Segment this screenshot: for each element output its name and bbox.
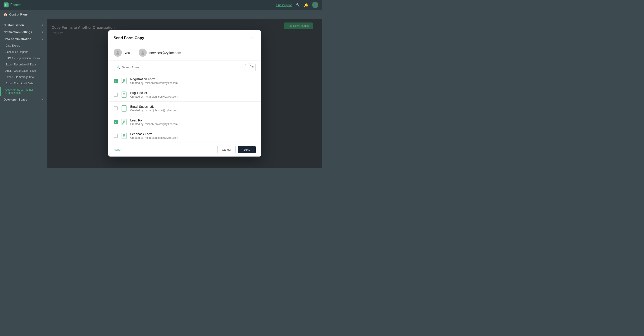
app-title: Forms xyxy=(10,3,21,7)
subscription-link[interactable]: Subscription xyxy=(276,3,292,7)
reset-button[interactable]: Reset xyxy=(114,148,121,151)
select-all-button[interactable] xyxy=(248,63,256,71)
modal-dialog: Send Form Copy × You → xyxy=(108,30,261,157)
close-button[interactable]: × xyxy=(250,35,256,41)
modal-title: Send Form Copy xyxy=(114,36,144,40)
svg-point-1 xyxy=(116,53,119,55)
form-creator-email-subscription: Created by: richardjohnson@zylker.com xyxy=(130,109,178,112)
svg-point-0 xyxy=(117,51,119,53)
sidebar-item-copy-forms[interactable]: Copy Forms to Another Organization xyxy=(0,87,47,96)
svg-rect-13 xyxy=(122,92,126,98)
recipient-email: services@zylker.com xyxy=(150,51,181,55)
secondary-nav: 🏠 Control Panel xyxy=(0,10,322,19)
breadcrumb: Control Panel xyxy=(9,13,28,16)
search-icon: 🔍 xyxy=(116,66,120,69)
modal-header: Send Form Copy × xyxy=(108,30,261,45)
form-item-bug-tracker: Bug Tracker Created by: richardjohnson@z… xyxy=(108,88,261,102)
form-item-lead-form: Lead Form Created by: michellebrown@zylk… xyxy=(108,115,261,129)
form-icon-feedback-form xyxy=(121,133,127,139)
form-list: Registration Form Created by: michellebr… xyxy=(108,74,261,143)
sender-name: You xyxy=(124,51,130,55)
main-layout: Customisation ▼ Notification Settings ▼ … xyxy=(0,19,322,168)
svg-rect-25 xyxy=(122,124,123,124)
bell-icon[interactable]: 🔔 xyxy=(304,3,308,7)
chevron-down-icon: ▼ xyxy=(41,24,44,26)
form-creator-lead-form: Created by: michellebrown@zylker.com xyxy=(130,123,178,126)
form-info-email-subscription: Email Subscription Created by: richardjo… xyxy=(130,105,178,112)
form-name-lead-form: Lead Form xyxy=(130,119,178,122)
user-avatar[interactable] xyxy=(312,2,318,8)
sidebar-section-notification[interactable]: Notification Settings ▼ xyxy=(0,29,47,36)
arrow-icon: → xyxy=(133,51,136,55)
sidebar-item-data-export[interactable]: Data Export xyxy=(0,43,47,49)
sidebar-item-scheduled-reports[interactable]: Scheduled Reports xyxy=(0,49,47,55)
form-creator-bug-tracker: Created by: richardjohnson@zylker.com xyxy=(130,95,178,98)
sidebar-item-export-form-audit[interactable]: Export Form Audit Data xyxy=(0,80,47,87)
chevron-down-icon: ▼ xyxy=(41,98,44,101)
form-item-feedback-form: Feedback Form Created by: richardjohnson… xyxy=(108,129,261,143)
home-icon[interactable]: 🏠 xyxy=(4,13,8,16)
send-button[interactable]: Send xyxy=(238,146,256,153)
form-info-registration: Registration Form Created by: michellebr… xyxy=(130,77,178,85)
form-name-registration: Registration Form xyxy=(130,77,178,81)
sidebar-item-hipaa[interactable]: HIPAA - Organization Control xyxy=(0,55,47,61)
form-item-registration: Registration Form Created by: michellebr… xyxy=(108,74,261,88)
checkbox-registration[interactable] xyxy=(114,79,118,83)
form-creator-registration: Created by: michellebrown@zylker.com xyxy=(130,81,178,85)
cancel-button[interactable]: Cancel xyxy=(217,146,236,153)
form-name-bug-tracker: Bug Tracker xyxy=(130,91,178,95)
form-icon-bug-tracker xyxy=(121,92,127,98)
form-info-lead-form: Lead Form Created by: michellebrown@zylk… xyxy=(130,119,178,126)
sidebar-item-audit-org[interactable]: Audit - Organization Level xyxy=(0,68,47,74)
sender-avatar xyxy=(114,49,122,57)
top-nav-left: F Forms xyxy=(4,3,21,8)
content-area: Copy Forms to Another Organization Reque… xyxy=(47,19,322,168)
svg-point-3 xyxy=(141,53,144,55)
form-name-feedback-form: Feedback Form xyxy=(130,132,178,136)
sidebar-section-developer-space[interactable]: Developer Space ▼ xyxy=(0,96,47,103)
footer-buttons: Cancel Send xyxy=(217,146,256,153)
wrench-icon[interactable]: 🔧 xyxy=(296,3,300,7)
sidebar-section-data-administration[interactable]: Data Administration ▲ xyxy=(0,36,47,43)
checkbox-lead-form[interactable] xyxy=(114,120,118,124)
sidebar-item-export-file-storage[interactable]: Export File Storage Info xyxy=(0,74,47,80)
svg-rect-12 xyxy=(122,82,123,83)
checkbox-email-subscription[interactable] xyxy=(114,106,118,110)
form-creator-feedback-form: Created by: richardjohnson@zylker.com xyxy=(130,136,178,139)
sidebar: Customisation ▼ Notification Settings ▼ … xyxy=(0,19,47,168)
app-logo-icon: F xyxy=(4,3,8,8)
form-icon-registration xyxy=(121,78,127,84)
form-name-email-subscription: Email Subscription xyxy=(130,105,178,108)
sidebar-section-customisation[interactable]: Customisation ▼ xyxy=(0,22,47,29)
search-input-wrapper: 🔍 xyxy=(114,64,246,71)
modal-footer: Reset Cancel Send xyxy=(108,143,261,157)
modal-overlay: Send Form Copy × You → xyxy=(47,19,322,168)
search-bar-row: 🔍 xyxy=(108,61,261,74)
form-info-bug-tracker: Bug Tracker Created by: richardjohnson@z… xyxy=(130,91,178,98)
svg-rect-26 xyxy=(122,133,126,139)
svg-point-2 xyxy=(142,51,144,53)
top-nav: F Forms Subscription 🔧 🔔 xyxy=(0,0,322,10)
form-icon-email-subscription xyxy=(121,105,127,112)
top-nav-right: Subscription 🔧 🔔 xyxy=(276,2,318,8)
form-icon-lead-form xyxy=(121,119,127,125)
checkbox-bug-tracker[interactable] xyxy=(114,93,118,97)
chevron-up-icon: ▲ xyxy=(41,38,44,40)
checkbox-feedback-form[interactable] xyxy=(114,134,118,138)
form-item-email-subscription: Email Subscription Created by: richardjo… xyxy=(108,102,261,115)
recipient-avatar xyxy=(139,49,147,57)
svg-rect-17 xyxy=(122,106,126,111)
chevron-down-icon: ▼ xyxy=(41,31,44,33)
search-input[interactable] xyxy=(122,66,243,69)
transfer-row: You → services@zylker.com xyxy=(108,45,261,61)
sidebar-item-export-record-audit[interactable]: Export Record Audit Data xyxy=(0,61,47,68)
form-info-feedback-form: Feedback Form Created by: richardjohnson… xyxy=(130,132,178,139)
